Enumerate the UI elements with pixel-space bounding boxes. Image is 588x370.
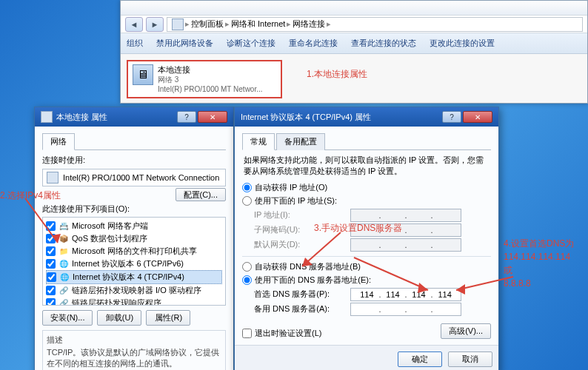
radio-input[interactable] [242, 196, 252, 206]
connection-network: 网络 3 [158, 75, 263, 84]
uses-items-label: 此连接使用下列项目(O): [42, 204, 226, 215]
protocol-label: 链路层拓扑发现响应程序 [72, 297, 161, 306]
ipv4-properties-dialog: Internet 协议版本 4 (TCP/IPv4) 属性 ?✕ 常规 备用配置… [234, 107, 499, 370]
protocol-icon: 🌐 [59, 272, 70, 283]
tab-alternate[interactable]: 备用配置 [276, 133, 325, 150]
checkbox-input[interactable] [46, 298, 56, 306]
checkbox-label: 退出时验证设置(L) [255, 328, 321, 339]
breadcrumb-item[interactable]: 网络和 Internet [231, 18, 285, 30]
radio-input[interactable] [242, 275, 252, 285]
protocol-icon: 📇 [59, 221, 69, 232]
properties-button[interactable]: 属性(R) [146, 310, 190, 326]
validate-on-exit[interactable]: 退出时验证设置(L) [242, 328, 321, 339]
protocol-list-item[interactable]: 🌐Internet 协议版本 4 (TCP/IPv4) [46, 270, 222, 284]
ip-address-label: IP 地址(I): [254, 209, 350, 221]
connection-tile[interactable]: 🖥 本地连接 网络 3 Intel(R) PRO/1000 MT Networ.… [127, 60, 282, 98]
protocol-list-item[interactable]: 🔗链路层拓扑发现响应程序 [46, 297, 222, 306]
protocol-icon: 🌐 [59, 259, 69, 269]
annotation-4: 4.设置首选DNS为 114.114.114.114 或 8.8.8.8 [504, 237, 574, 290]
adapter-icon [47, 172, 59, 184]
radio-label: 自动获得 DNS 服务器地址(B) [255, 261, 361, 272]
help-button[interactable]: ? [442, 111, 461, 123]
connect-using-label: 连接时使用: [42, 155, 226, 166]
protocol-label: Microsoft 网络的文件和打印机共享 [72, 246, 197, 257]
cancel-button[interactable]: 取消 [448, 352, 492, 367]
radio-label: 使用下面的 IP 地址(S): [255, 195, 337, 206]
protocol-list-item[interactable]: 🔗链路层拓扑发现映射器 I/O 驱动程序 [46, 284, 222, 297]
close-button[interactable]: ✕ [198, 111, 227, 123]
connection-properties-dialog: 本地连接 属性 ?✕ 网络 连接时使用: Intel(R) PRO/1000 M… [34, 107, 234, 370]
protocol-icon: 📦 [59, 234, 69, 244]
radio-label: 自动获得 IP 地址(O) [255, 182, 327, 193]
description-box: 描述 TCP/IP。该协议是默认的广域网络协议，它提供在不同的相互连接的网络上的… [42, 330, 226, 370]
tab-network[interactable]: 网络 [42, 133, 75, 150]
checkbox-input[interactable] [46, 259, 56, 269]
protocol-label: QoS 数据包计划程序 [72, 233, 147, 244]
alternate-dns-label: 备用 DNS 服务器(A): [254, 303, 350, 314]
tab-general[interactable]: 常规 [242, 133, 275, 150]
checkbox-input[interactable] [46, 221, 56, 231]
protocol-list-item[interactable]: 🌐Internet 协议版本 6 (TCP/IPv6) [46, 258, 222, 270]
protocol-icon: 📁 [59, 246, 69, 257]
ok-button[interactable]: 确定 [398, 352, 442, 367]
advanced-button[interactable]: 高级(V)... [441, 323, 491, 339]
protocol-label: Internet 协议版本 6 (TCP/IPv6) [72, 258, 184, 269]
manual-dns-radio[interactable]: 使用下面的 DNS 服务器地址(E): [242, 275, 491, 286]
breadcrumb[interactable]: ▸ 控制面板 ▸ 网络和 Internet ▸ 网络连接 ▸ [167, 17, 583, 32]
manual-ip-radio[interactable]: 使用下面的 IP 地址(S): [242, 195, 491, 206]
radio-label: 使用下面的 DNS 服务器地址(E): [255, 275, 371, 286]
checkbox-input[interactable] [46, 234, 56, 243]
checkbox-input[interactable] [242, 329, 252, 338]
toolbar-change[interactable]: 更改此连接的设置 [430, 38, 495, 49]
radio-input[interactable] [242, 183, 252, 192]
nav-back-button[interactable]: ◄ [125, 17, 143, 32]
connection-title: 本地连接 [158, 64, 263, 75]
breadcrumb-item[interactable]: 控制面板 [191, 18, 224, 30]
radio-input[interactable] [242, 262, 252, 272]
network-connections-window: ◄ ► ▸ 控制面板 ▸ 网络和 Internet ▸ 网络连接 ▸ 组织 禁用… [120, 0, 588, 104]
install-button[interactable]: 安装(N)... [42, 310, 93, 326]
toolbar-disable[interactable]: 禁用此网络设备 [156, 38, 213, 49]
auto-dns-radio[interactable]: 自动获得 DNS 服务器地址(B) [242, 261, 491, 272]
protocol-list-item[interactable]: 📁Microsoft 网络的文件和打印机共享 [46, 245, 222, 258]
uninstall-button[interactable]: 卸载(U) [97, 310, 141, 326]
description-label: 描述 [47, 334, 221, 346]
gateway-label: 默认网关(D): [254, 239, 350, 250]
annotation-3: 3.手动设置DNS服务器 [314, 222, 402, 235]
annotation-2: 2.选择IPv4属性 [0, 189, 61, 202]
tab-row: 网络 [42, 132, 226, 150]
protocol-listbox[interactable]: 📇Microsoft 网络客户端📦QoS 数据包计划程序📁Microsoft 网… [42, 217, 226, 306]
protocol-icon: 🔗 [59, 298, 69, 306]
explorer-toolbar: 组织 禁用此网络设备 诊断这个连接 重命名此连接 查看此连接的状态 更改此连接的… [121, 33, 587, 54]
toolbar-organize[interactable]: 组织 [127, 38, 143, 49]
configure-button[interactable]: 配置(C)... [176, 188, 226, 201]
description-text: TCP/IP。该协议是默认的广域网络协议，它提供在不同的相互连接的网络上的通讯。 [47, 347, 221, 369]
alternate-dns-input[interactable]: ... [350, 303, 461, 316]
protocol-label: Microsoft 网络客户端 [72, 221, 148, 232]
close-button[interactable]: ✕ [463, 111, 492, 123]
annotation-1: 1.本地连接属性 [307, 68, 367, 81]
nav-forward-button[interactable]: ► [146, 17, 164, 32]
checkbox-input[interactable] [46, 286, 56, 295]
breadcrumb-item[interactable]: 网络连接 [293, 18, 325, 30]
tab-row: 常规 备用配置 [242, 132, 491, 150]
address-bar: ◄ ► ▸ 控制面板 ▸ 网络和 Internet ▸ 网络连接 ▸ [121, 16, 587, 33]
auto-ip-radio[interactable]: 自动获得 IP 地址(O) [242, 182, 491, 193]
preferred-dns-input[interactable]: 114.114.114.114 [350, 288, 461, 301]
help-button[interactable]: ? [177, 111, 196, 123]
protocol-label: Internet 协议版本 4 (TCP/IPv4) [73, 272, 184, 283]
window-titlebar[interactable] [121, 1, 587, 16]
toolbar-diagnose[interactable]: 诊断这个连接 [227, 38, 275, 49]
checkbox-input[interactable] [46, 246, 56, 256]
protocol-list-item[interactable]: 📇Microsoft 网络客户端 [46, 220, 222, 232]
connection-adapter: Intel(R) PRO/1000 MT Networ... [158, 84, 263, 94]
checkbox-input[interactable] [47, 272, 56, 282]
protocol-icon: 🔗 [59, 286, 69, 296]
control-panel-icon [172, 18, 184, 30]
dialog-titlebar[interactable]: Internet 协议版本 4 (TCP/IPv4) 属性 ?✕ [235, 107, 498, 127]
dialog-titlebar[interactable]: 本地连接 属性 ?✕ [35, 107, 233, 127]
protocol-list-item[interactable]: 📦QoS 数据包计划程序 [46, 232, 222, 245]
intro-text: 如果网络支持此功能，则可以获取自动指派的 IP 设置。否则，您需要从网络系统管理… [244, 155, 490, 178]
toolbar-status[interactable]: 查看此连接的状态 [351, 38, 416, 49]
toolbar-rename[interactable]: 重命名此连接 [289, 38, 338, 49]
